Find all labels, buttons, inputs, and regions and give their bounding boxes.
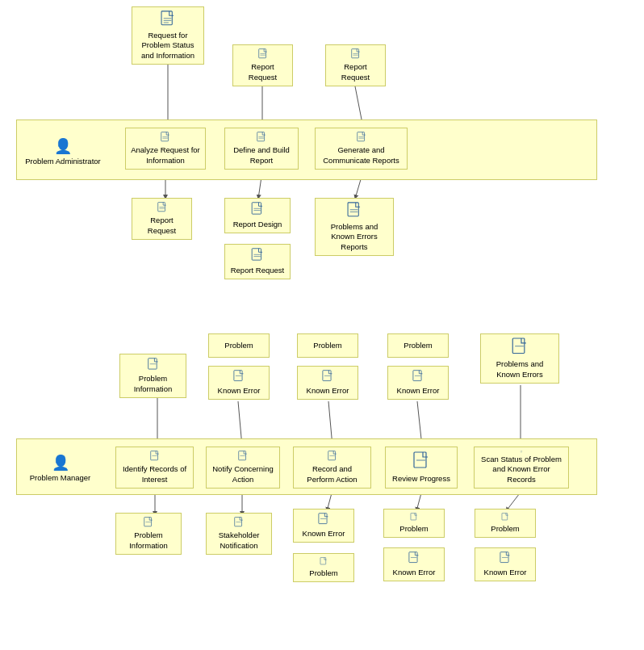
svg-rect-70 [235, 518, 242, 526]
svg-rect-42 [252, 249, 261, 260]
diagram-container: 👤 Problem Administrator Request for Prob… [0, 0, 644, 650]
svg-rect-68 [144, 518, 152, 526]
doc-icon [157, 132, 174, 144]
doc-icon [345, 202, 363, 220]
node-problem-out2: Problem [293, 553, 354, 582]
node-label: Scan Status of Problem and Known Error R… [479, 455, 563, 484]
node-analyze-request: Analyze Request for Information [125, 128, 206, 170]
node-label: Identify Records of Interest [121, 464, 188, 484]
node-report-request-2: Report Request [325, 44, 386, 86]
doc-icon [315, 513, 332, 527]
doc-icon [405, 513, 423, 522]
node-generate-communicate: Generate and Communicate Reports [315, 128, 408, 170]
svg-rect-58 [150, 451, 157, 460]
svg-rect-39 [252, 203, 261, 214]
node-known-error-out4: Known Error [475, 547, 536, 581]
node-problems-known-errors-reports: Problems and Known Errors Reports [315, 198, 394, 256]
svg-rect-76 [409, 552, 417, 563]
node-known-error-out: Known Error [293, 509, 354, 543]
svg-rect-74 [320, 557, 326, 564]
node-scan-status: Scan Status of Problem and Known Error R… [474, 447, 569, 489]
doc-icon [496, 551, 514, 566]
node-problems-known-errors-in: Problems and Known Errors [480, 333, 559, 384]
person-icon-2: 👤 [52, 454, 69, 472]
node-review-progress: Review Progress [385, 447, 458, 489]
doc-icon [324, 451, 341, 463]
doc-icon [249, 248, 266, 264]
node-label: Known Error [218, 386, 261, 396]
node-known-error-in2: Known Error [208, 366, 270, 400]
node-report-design: Report Design [224, 198, 291, 233]
node-problem-info-out: Problem Information [115, 513, 182, 555]
node-label: Problem Information [125, 374, 181, 394]
node-label: Problem [404, 341, 432, 350]
node-define-build: Define and Build Report [224, 128, 299, 170]
svg-rect-27 [161, 132, 169, 141]
node-notify-action: Notify Concerning Action [206, 447, 280, 489]
node-problem-out3: Problem [383, 509, 445, 538]
node-label: Stakeholder Notification [211, 530, 266, 551]
node-label: Known Error [397, 386, 440, 396]
doc-icon [230, 517, 248, 529]
doc-icon [347, 48, 365, 61]
doc-icon [140, 517, 157, 529]
svg-rect-62 [328, 451, 335, 460]
svg-rect-33 [357, 132, 364, 141]
svg-rect-56 [512, 338, 525, 353]
doc-icon [253, 132, 270, 144]
node-label: Report Request [137, 216, 186, 236]
node-label: Problem [491, 524, 519, 534]
node-known-error-in4: Known Error [387, 366, 449, 400]
actor-problem-administrator: 👤 Problem Administrator [15, 137, 111, 166]
node-label: Problem Information [121, 530, 176, 551]
node-label: Record and Perform Action [299, 464, 366, 484]
node-label: Known Error [484, 568, 527, 577]
node-record-perform: Record and Perform Action [293, 447, 371, 489]
doc-icon [405, 551, 423, 566]
svg-rect-79 [500, 552, 508, 563]
node-label: Analyze Request for Information [131, 145, 200, 166]
svg-rect-75 [411, 513, 416, 520]
doc-icon [144, 358, 162, 372]
svg-rect-78 [502, 513, 508, 520]
node-report-request-out: Report Request [132, 198, 192, 240]
node-identify-records: Identify Records of Interest [115, 447, 194, 489]
node-label: Generate and Communicate Reports [320, 145, 402, 166]
doc-icon [353, 132, 370, 144]
svg-rect-66 [521, 451, 522, 452]
doc-icon [412, 451, 430, 472]
doc-icon [230, 370, 248, 384]
node-problem-out4: Problem [475, 509, 536, 538]
doc-icon [153, 202, 171, 214]
svg-rect-72 [319, 514, 327, 524]
person-icon: 👤 [54, 137, 72, 155]
doc-icon [496, 513, 514, 522]
node-problem-in2: Problem [208, 333, 270, 358]
node-stakeholder-notification: Stakeholder Notification [206, 513, 272, 555]
node-label: Define and Build Report [230, 145, 293, 166]
doc-icon [315, 557, 332, 567]
doc-icon [159, 10, 177, 29]
node-label: Problem [224, 341, 253, 350]
svg-rect-45 [348, 203, 358, 216]
node-label: Problem [313, 341, 341, 350]
node-label: Known Error [393, 568, 436, 577]
actor-label: Problem Manager [30, 473, 91, 482]
node-problem-in4: Problem [387, 333, 449, 358]
node-problem-info-in1: Problem Information [119, 354, 186, 398]
node-label: Report Request [238, 62, 287, 82]
svg-rect-52 [323, 371, 331, 381]
svg-rect-48 [148, 359, 157, 369]
svg-rect-24 [351, 49, 358, 58]
svg-rect-50 [234, 371, 242, 381]
node-label: Notify Concerning Action [211, 464, 274, 484]
svg-rect-21 [258, 49, 266, 58]
node-label: Problem [399, 524, 428, 534]
node-label: Report Design [233, 220, 282, 229]
node-report-request-3: Report Request [224, 244, 291, 279]
doc-icon [146, 451, 164, 463]
svg-rect-36 [157, 203, 165, 212]
doc-icon [234, 451, 252, 463]
node-known-error-in3: Known Error [297, 366, 358, 400]
svg-rect-30 [257, 132, 265, 141]
